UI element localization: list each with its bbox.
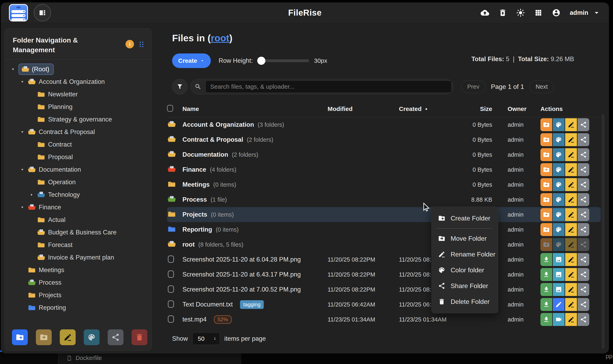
context-menu-item-move-folder[interactable]: Move Folder — [432, 231, 498, 246]
pencil-action-button[interactable] — [565, 208, 577, 221]
folder-move-action-button[interactable] — [541, 133, 552, 146]
tree-item-strategy-governance[interactable]: Strategy & governance — [8, 113, 149, 126]
share-action-button[interactable] — [578, 133, 589, 146]
tree-item-root[interactable]: (Root) — [8, 63, 149, 76]
folder-move-action-button[interactable] — [541, 178, 552, 191]
image-action-button[interactable] — [553, 253, 565, 266]
tree-item-account-organization[interactable]: Account & Organization — [8, 76, 149, 88]
table-row-test-mp4[interactable]: test.mp452%11/23/25 01:34AM11/23/25 01:3… — [167, 312, 601, 327]
selected-root-chip[interactable]: (Root) — [18, 64, 54, 75]
delete-folder-button[interactable] — [132, 329, 147, 345]
video-action-button[interactable] — [553, 313, 565, 326]
context-menu-item-create-folder[interactable]: Create Folder — [432, 210, 498, 226]
per-page-select[interactable]: 50 — [192, 332, 220, 345]
tree-item-budget-business-care[interactable]: Budget & Business Care — [8, 226, 149, 239]
pencil-action-button[interactable] — [565, 118, 577, 131]
rename-folder-button[interactable] — [60, 329, 76, 345]
share-action-button[interactable] — [578, 208, 589, 221]
tree-item-actual[interactable]: Actual — [8, 214, 149, 226]
row-height-slider[interactable] — [258, 59, 309, 62]
tree-item-forecast[interactable]: Forecast — [8, 239, 149, 251]
context-menu-item-rename-folder[interactable]: Rename Folder — [432, 246, 498, 262]
create-button[interactable]: Create — [172, 53, 211, 68]
palette-action-button[interactable] — [553, 208, 565, 221]
palette-action-button[interactable] — [553, 178, 565, 191]
filter-button[interactable] — [172, 79, 187, 94]
tree-item-contract[interactable]: Contract — [8, 138, 149, 151]
slider-thumb[interactable] — [257, 57, 265, 65]
share-action-button[interactable] — [578, 193, 589, 206]
user-menu[interactable]: admin — [570, 9, 601, 17]
share-action-button[interactable] — [578, 238, 589, 251]
folder-move-action-button[interactable] — [541, 163, 552, 176]
caret-down-icon[interactable] — [20, 129, 25, 135]
move-folder-button[interactable] — [36, 329, 52, 345]
table-row-screenshot-2025-11-20-at-6-04-28-pm-png[interactable]: Screenshot 2025-11-20 at 6.04.28 PM.png1… — [167, 252, 601, 267]
caret-right-icon[interactable] — [29, 192, 34, 197]
pencil-action-button[interactable] — [565, 238, 577, 251]
palette-action-button[interactable] — [553, 148, 565, 161]
search-input[interactable] — [206, 80, 451, 93]
prev-page-button[interactable]: Prev — [461, 80, 486, 93]
drag-handle-icon[interactable] — [139, 41, 145, 48]
share-action-button[interactable] — [578, 148, 589, 161]
tree-item-finance[interactable]: Finance — [8, 201, 149, 214]
account-circle-icon[interactable] — [552, 9, 560, 17]
folder-move-action-button[interactable] — [541, 238, 552, 251]
table-row-documentation[interactable]: Documentation(2 folders)0 Bytesadmin — [167, 147, 601, 162]
palette-action-button[interactable] — [553, 238, 565, 251]
share-action-button[interactable] — [578, 178, 589, 191]
tree-item-contract-proposal[interactable]: Contract & Proposal — [8, 126, 149, 138]
trash-restore-icon[interactable] — [499, 9, 507, 17]
pencil-action-button[interactable] — [565, 163, 577, 176]
table-row-text-document-txt[interactable]: Text Document.txttagging11/20/25 06:42AM… — [167, 297, 601, 312]
scrollbar[interactable] — [602, 114, 604, 349]
table-row-contract-proposal[interactable]: Contract & Proposal(2 folders)0 Bytesadm… — [167, 132, 601, 147]
tree-item-newsletter[interactable]: Newsletter — [8, 88, 149, 101]
folder-move-action-button[interactable] — [541, 223, 552, 236]
tree-item-planning[interactable]: Planning — [8, 101, 149, 113]
pencil-action-button[interactable] — [565, 298, 577, 311]
context-menu-item-color-folder[interactable]: Color folder — [432, 262, 498, 278]
tree-item-process[interactable]: Process — [8, 276, 149, 289]
table-row-meetings[interactable]: Meetings(0 items)0 Bytesadmin — [167, 177, 601, 192]
column-header-created[interactable]: Created — [399, 105, 468, 112]
table-row-screenshot-2025-11-20-at-7-00-52-pm-png[interactable]: Screenshot 2025-11-20 at 7.00.52 PM.png1… — [167, 282, 601, 297]
pencil-action-button[interactable] — [565, 133, 577, 146]
color-folder-button[interactable] — [84, 329, 99, 345]
context-menu-item-delete-folder[interactable]: Delete Folder — [432, 294, 498, 310]
folder-move-action-button[interactable] — [541, 118, 552, 131]
table-row-account-organization[interactable]: Account & Organization(3 folders)0 Bytes… — [167, 117, 601, 132]
pencil-action-button[interactable] — [565, 148, 577, 161]
table-row-screenshot-2025-11-20-at-6-43-17-pm-png[interactable]: Screenshot 2025-11-20 at 6.43.17 PM.png1… — [167, 267, 601, 282]
caret-down-icon[interactable] — [20, 167, 25, 172]
download-action-button[interactable] — [541, 268, 552, 281]
palette-action-button[interactable] — [553, 133, 565, 146]
caret-down-icon[interactable] — [20, 79, 25, 84]
column-header-modified[interactable]: Modified — [328, 105, 399, 112]
caret-down-icon[interactable] — [10, 67, 16, 72]
pencil-action-button[interactable] — [565, 253, 577, 266]
cloud-upload-icon[interactable] — [481, 9, 489, 17]
context-menu-item-share-folder[interactable]: Share Folder — [432, 278, 498, 294]
table-row-finance[interactable]: Finance(4 folders)0 Bytesadmin — [167, 162, 601, 177]
edit-action-button[interactable] — [553, 298, 565, 311]
caret-down-icon[interactable] — [20, 205, 25, 210]
next-page-button[interactable]: Next — [529, 80, 554, 93]
tree-item-proposal[interactable]: Proposal — [8, 151, 149, 163]
tree-item-technology[interactable]: Technology — [8, 188, 149, 201]
tree-item-reporting[interactable]: Reporting — [8, 301, 149, 314]
share-action-button[interactable] — [578, 253, 589, 266]
image-action-button[interactable] — [553, 283, 565, 296]
row-checkbox[interactable] — [168, 315, 174, 323]
pencil-action-button[interactable] — [565, 193, 577, 206]
pencil-action-button[interactable] — [565, 268, 577, 281]
column-header-owner[interactable]: Owner — [496, 105, 526, 112]
folder-move-action-button[interactable] — [541, 148, 552, 161]
pencil-action-button[interactable] — [565, 178, 577, 191]
share-action-button[interactable] — [578, 313, 589, 326]
download-action-button[interactable] — [541, 253, 552, 266]
share-action-button[interactable] — [578, 118, 589, 131]
info-icon[interactable]: i — [125, 40, 134, 48]
palette-action-button[interactable] — [553, 223, 565, 236]
